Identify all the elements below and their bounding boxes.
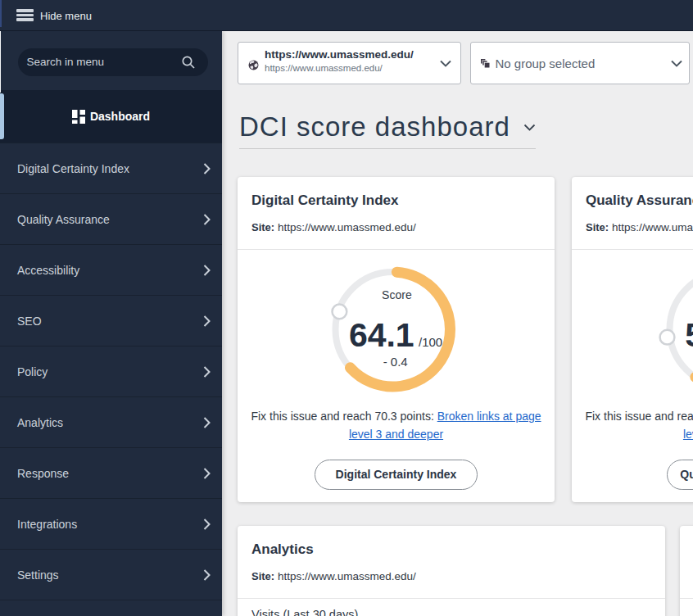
svg-text:Score: Score [382, 288, 412, 301]
svg-text:/100: /100 [419, 335, 442, 349]
svg-text:64.1: 64.1 [349, 316, 414, 354]
svg-text:- 0.4: - 0.4 [383, 355, 408, 369]
svg-text:59.2: 59.2 [685, 316, 693, 354]
